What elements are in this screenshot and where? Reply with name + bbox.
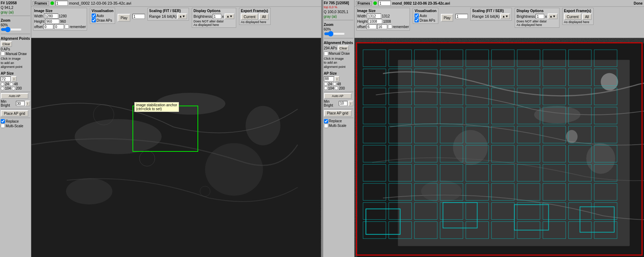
left-brightness-input[interactable] [213, 14, 221, 19]
right-as-displayed2: As displayed here [564, 20, 592, 24]
right-export-btn-row: Current All [564, 14, 592, 20]
left-scaling-title: Scaling (FIT / SER) [149, 9, 187, 13]
ap-200-label: 200 [16, 86, 22, 90]
right-width-input[interactable] [367, 14, 381, 18]
left-brightness-unit: x [222, 14, 224, 18]
right-zoom-slider-wrap[interactable] [324, 31, 353, 37]
left-scaling-group: Scaling (FIT / SER) Range 16 bit(A) ▲▼ [147, 8, 189, 21]
right-done-label: Done [634, 1, 643, 5]
ap-size-btn[interactable]: ↕ [11, 76, 17, 82]
right-ap-size-btn[interactable]: ↕ [335, 76, 340, 82]
right-auto-label: Auto [420, 14, 427, 18]
right-titlebar: Frames mond_0002 12-03-06 23-35-42c.avi … [355, 0, 644, 7]
right-auto-ap-btn[interactable]: Auto AP [324, 93, 352, 99]
left-range-btn[interactable]: ▲▼ [177, 14, 187, 19]
left-range-label: Range 16 bit(A) [149, 14, 177, 18]
left-auto-label: Auto [97, 14, 104, 18]
right-ap-size-input[interactable] [324, 76, 334, 81]
right-ap-24-radio[interactable] [324, 82, 328, 86]
clear-aps-btn[interactable]: Clear [1, 41, 12, 47]
zoom-slider-wrap[interactable] [1, 27, 30, 33]
aps-count-row: 0 APs [1, 47, 30, 51]
left-status-dot [50, 1, 54, 5]
left-frame-top-input[interactable] [132, 14, 145, 19]
place-ap-grid-btn[interactable]: Place AP grid [1, 110, 28, 117]
minbright-btn[interactable]: ↕ [25, 101, 31, 106]
right-zoom-label: Zoom [324, 23, 353, 27]
offset-x-input[interactable] [43, 24, 53, 29]
manual-draw-checkbox[interactable] [1, 52, 5, 56]
right-image-area[interactable] [355, 38, 644, 257]
ap-48-radio[interactable] [10, 82, 13, 86]
manual-draw-row[interactable]: Manual Draw [1, 52, 30, 56]
right-panel: F# 705 [1/2058] top 0,0 % Q 100,0 3025,1… [323, 0, 644, 257]
right-minbright-input[interactable] [339, 101, 347, 106]
ap-size-row: ↕ [1, 76, 30, 82]
ap-200-radio[interactable] [12, 87, 15, 90]
right-range-btn[interactable]: ▲▼ [500, 14, 510, 19]
brightness-row: Brightness x ▲▼ [194, 14, 234, 19]
left-brightness-btn[interactable]: ▲▼ [224, 14, 234, 19]
right-clear-aps-btn[interactable]: Clear [338, 45, 349, 51]
left-height-input[interactable] [45, 19, 59, 24]
right-replace-checkbox[interactable] [324, 119, 328, 123]
minbright-input[interactable] [16, 101, 25, 106]
ap-104-radio[interactable] [1, 87, 4, 90]
right-ap-104-label: 104 [328, 86, 334, 90]
right-zoom-slider[interactable] [324, 31, 345, 36]
zoom-slider[interactable] [1, 27, 22, 32]
right-offset-y-input[interactable] [377, 24, 387, 29]
left-as-displayed: As displayed here [194, 23, 234, 27]
right-width-val: 1312 [382, 14, 390, 18]
offset-y-input[interactable] [54, 24, 64, 29]
left-drawaps-checkbox[interactable] [92, 18, 96, 22]
right-minbright-label: Min Bright [324, 100, 339, 107]
right-multiscale-checkbox[interactable] [324, 124, 328, 128]
right-toolbar-top: Image Size Width 1312 Height 1008 offset [355, 7, 644, 38]
tooltip-line2: (ctrl+click to set) [136, 107, 162, 111]
auto-ap-btn[interactable]: Auto AP [1, 93, 28, 99]
right-frame-input[interactable] [378, 1, 391, 6]
right-radio-row-1: 24 48 [324, 82, 353, 86]
right-frames-label: Frames [356, 1, 372, 6]
right-remember-checkbox[interactable] [388, 25, 392, 29]
right-minbright-btn[interactable]: ↕ [348, 101, 353, 106]
right-status-dot [373, 1, 377, 5]
right-offset-x-input[interactable] [367, 24, 377, 29]
multiscale-checkbox[interactable] [1, 124, 5, 128]
right-drawaps-checkbox[interactable] [415, 18, 419, 22]
left-frames-label: Frames [33, 1, 49, 6]
left-play-btn[interactable]: Play [118, 14, 130, 22]
right-ap-200-radio[interactable] [335, 86, 338, 90]
right-toolbar-area: Frames mond_0002 12-03-06 23-35-42c.avi … [355, 0, 644, 257]
right-brightness-input[interactable] [536, 14, 544, 19]
right-ap-104-radio[interactable] [324, 86, 328, 90]
right-place-ap-grid-btn[interactable]: Place AP grid [324, 110, 352, 117]
right-play-btn[interactable]: Play [441, 14, 453, 22]
right-radio-row-2: 104 200 [324, 86, 353, 90]
ap-24-radio[interactable] [1, 82, 4, 86]
remember-checkbox[interactable] [65, 25, 69, 29]
right-height-input[interactable] [368, 19, 382, 24]
right-brightness-btn[interactable]: ▲▼ [548, 14, 558, 19]
right-drawaps-row: Draw APs [415, 18, 437, 22]
right-replace-row: Replace [324, 119, 353, 123]
left-toolbar-area: Frames mond_0002 12-03-06 23-35-42c.avi … [31, 0, 321, 257]
left-auto-checkbox[interactable] [92, 14, 96, 18]
replace-checkbox[interactable] [1, 119, 5, 123]
left-all-btn[interactable]: All [259, 14, 269, 20]
right-all-btn[interactable]: All [582, 14, 592, 20]
ap-size-input[interactable] [1, 76, 11, 81]
right-manual-draw-row[interactable]: Manual Draw [324, 52, 353, 56]
right-current-btn[interactable]: Current [564, 14, 581, 20]
aps-count: 0 APs [1, 47, 10, 51]
right-auto-checkbox[interactable] [415, 14, 419, 18]
left-current-btn[interactable]: Current [241, 14, 258, 20]
right-frame-top-input[interactable] [455, 14, 468, 19]
left-image-area[interactable]: image stabilization anchor (ctrl+click t… [31, 38, 321, 257]
left-frame-input[interactable] [55, 1, 68, 6]
right-q-value: Q 100,0 3025,1 [324, 10, 353, 14]
right-ap-48-radio[interactable] [333, 82, 336, 86]
left-width-input[interactable] [44, 14, 58, 18]
right-manual-draw-checkbox[interactable] [324, 52, 328, 56]
